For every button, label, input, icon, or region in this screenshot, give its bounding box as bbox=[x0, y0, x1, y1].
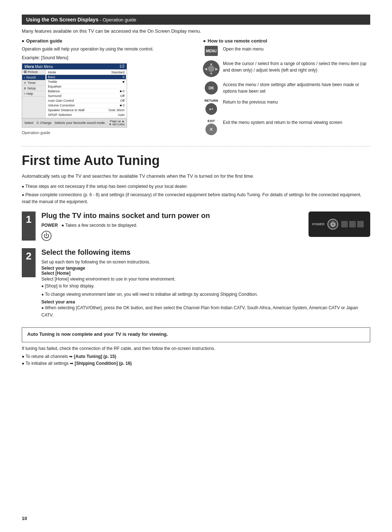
complete-link-1: To retune all channels ➡ [Auto Tuning] (… bbox=[22, 353, 370, 360]
menu-sidebar-sound: ♪ Sound bbox=[22, 75, 45, 80]
operation-guide-col: Operation guide Operation guide will hel… bbox=[22, 38, 189, 140]
operation-guide-heading: Operation guide bbox=[22, 38, 189, 44]
remote-return-desc: Return to the previous menu bbox=[223, 99, 370, 105]
step-1-title: Plug the TV into mains socket and turn p… bbox=[41, 211, 303, 220]
menu-row-speakerdist: Speaker Distance to WallOver 30cm bbox=[46, 108, 126, 113]
step-2-title: Select the following items bbox=[41, 248, 370, 257]
menu-sidebar-picture: 🖼 Picture bbox=[22, 69, 45, 75]
first-time-bullet-1: These steps are not necessary if the set… bbox=[22, 183, 370, 190]
menu-sidebar-timer: ⏱ Timer bbox=[22, 80, 45, 86]
complete-link-2: To initialise all settings ➡ [Shipping C… bbox=[22, 360, 370, 367]
page-number: 10 bbox=[22, 516, 27, 521]
op-guide-caption: Operation guide bbox=[22, 130, 189, 135]
step-2-area-label: Select your area bbox=[41, 299, 370, 305]
menu-row-mode: ModeStandard bbox=[46, 70, 126, 75]
menu-sidebar: 🖼 Picture ♪ Sound ⏱ Timer ⚙ Setup ? Help bbox=[22, 69, 46, 118]
exit-label: EXIT bbox=[208, 119, 215, 123]
step-1-sub: POWER ● Takes a few seconds to be displa… bbox=[41, 222, 303, 229]
complete-box-sub: If tuning has failed, check the connecti… bbox=[22, 346, 370, 351]
section-intro: Many features available on this TV can b… bbox=[22, 28, 370, 34]
remote-item-menu: MENU Open the main menu bbox=[203, 46, 370, 56]
nav-circle-icon: ▲ ▼ ◀ ▶ bbox=[203, 60, 220, 77]
step-2-setup-text: Set up each item by following the on-scr… bbox=[41, 259, 370, 266]
power-icon: ⏻ bbox=[41, 231, 52, 241]
complete-box-title: Auto Tuning is now complete and your TV … bbox=[27, 331, 365, 337]
menu-page: 1/2 bbox=[119, 64, 124, 69]
step-1-right: POWER ⏻ bbox=[309, 211, 370, 241]
section-header-subtitle: - Operation guide bbox=[100, 17, 136, 23]
ok-button-icon: OK bbox=[205, 81, 218, 94]
step-1-content: Plug the TV into mains socket and turn p… bbox=[41, 211, 303, 241]
remote-control-col: How to use remote control MENU Open the … bbox=[203, 38, 370, 140]
step-2-home-text: Select [Home] viewing environment to use… bbox=[41, 276, 370, 283]
menu-sidebar-setup: ⚙ Setup bbox=[22, 86, 45, 91]
remote-item-return: RETURN ↩ Return to the previous menu bbox=[203, 99, 370, 115]
remote-item-ok: OK Access the menu / store settings afte… bbox=[203, 81, 370, 94]
menu-row-agc: Auto Gain ControlOff bbox=[46, 98, 126, 103]
menu-row-spdif: SPDIF SelectionAuto bbox=[46, 113, 126, 117]
menu-row-bass: Bass0 bbox=[46, 75, 126, 80]
step-1-number: 1 bbox=[22, 211, 36, 241]
section-header-title: Using the On Screen Displays bbox=[26, 17, 98, 23]
return-button-icon: ↩ bbox=[205, 103, 217, 115]
op-guide-text1: Operation guide will help your operation… bbox=[22, 46, 189, 52]
return-label: RETURN bbox=[204, 99, 218, 102]
step-2-bullet-change: To change viewing environment later on, … bbox=[41, 291, 370, 298]
power-mock: POWER ⏻ bbox=[309, 211, 370, 237]
menu-button-icon: MENU bbox=[205, 46, 218, 56]
step-2-number: 2 bbox=[22, 248, 36, 277]
step-2-language-label: Select your language bbox=[41, 266, 370, 271]
step-2-area-bullet: When selecting [CATV/Other], press the O… bbox=[41, 305, 370, 318]
menu-sidebar-help: ? Help bbox=[22, 91, 45, 97]
complete-box: Auto Tuning is now complete and your TV … bbox=[22, 327, 370, 342]
menu-content: ModeStandard Bass0 Treble■ Equaliser Bal… bbox=[46, 69, 127, 118]
menu-footer: Select ⊙ Change Selects your favourite s… bbox=[22, 118, 127, 127]
menu-row-treble: Treble■ bbox=[46, 80, 126, 84]
remote-menu-desc: Open the main menu bbox=[223, 46, 370, 52]
remote-item-nav: ▲ ▼ ◀ ▶ Move the cursor / select from a … bbox=[203, 60, 370, 77]
exit-button-icon: ✕ bbox=[205, 124, 217, 135]
step-2: 2 Select the following items Set up each… bbox=[22, 248, 370, 320]
menu-row-balance: Balance■ 0 bbox=[46, 89, 126, 94]
step-2-bullet-shop: [Shop] is for shop display. bbox=[41, 283, 370, 290]
first-time-bullet-2: Please complete connections (p. 6 - 8) a… bbox=[22, 192, 370, 205]
step-2-home-label: Select [Home] bbox=[41, 271, 370, 276]
remote-control-heading: How to use remote control bbox=[203, 38, 370, 44]
step-1: 1 Plug the TV into mains socket and turn… bbox=[22, 211, 370, 241]
remote-ok-desc: Access the menu / store settings after a… bbox=[223, 81, 370, 94]
menu-screenshot: Viera Main Menu 1/2 🖼 Picture ♪ Sound ⏱ … bbox=[22, 63, 127, 128]
menu-brand: Viera Main Menu bbox=[24, 64, 53, 69]
first-time-intro: Automatically sets up the TV and searche… bbox=[22, 173, 370, 179]
power-small-buttons bbox=[341, 221, 364, 227]
section-header: Using the On Screen Displays - Operation… bbox=[22, 15, 370, 25]
main-heading: First time Auto Tuning bbox=[22, 153, 370, 168]
menu-row-surround: SurroundOff bbox=[46, 94, 126, 98]
menu-row-equaliser: Equaliser bbox=[46, 84, 126, 89]
power-icon-row: ⏻ bbox=[41, 231, 303, 241]
section-divider bbox=[22, 146, 370, 146]
remote-nav-desc: Move the cursor / select from a range of… bbox=[223, 60, 370, 73]
remote-exit-desc: Exit the menu system and return to the n… bbox=[223, 119, 370, 126]
menu-row-volcorrect: Volume Correction■ 0 bbox=[46, 103, 126, 108]
step-2-content: Select the following items Set up each i… bbox=[41, 248, 370, 320]
op-guide-example: Example: [Sound Menu] bbox=[22, 55, 189, 61]
remote-item-exit: EXIT ✕ Exit the menu system and return t… bbox=[203, 119, 370, 135]
power-button: ⏻ bbox=[327, 219, 338, 230]
